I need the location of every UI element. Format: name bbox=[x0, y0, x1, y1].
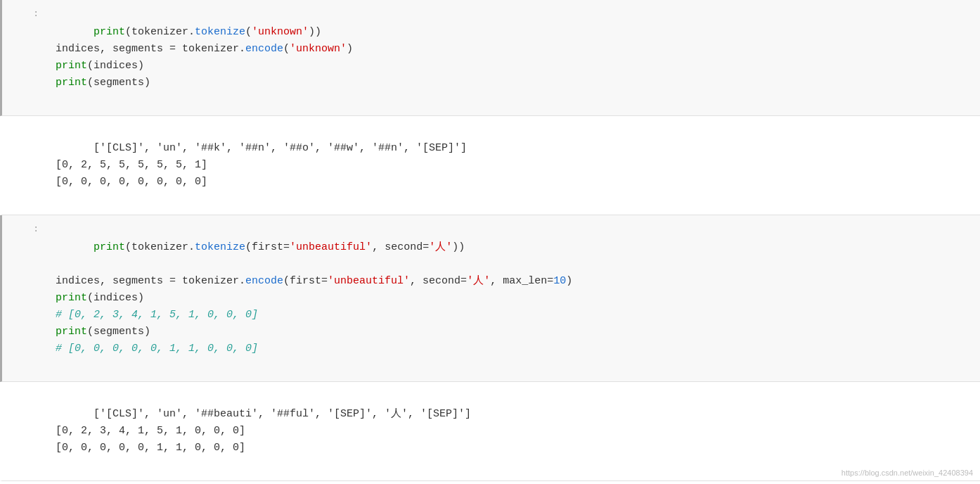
code-line: # [0, 2, 3, 4, 1, 5, 1, 0, 0, 0] bbox=[56, 309, 258, 321]
code-line: print(tokenizer.tokenize(first='unbeauti… bbox=[94, 241, 465, 253]
output-line: [0, 2, 5, 5, 5, 5, 5, 1] bbox=[56, 159, 207, 171]
cell-output-gutter-2 bbox=[2, 382, 44, 480]
cell-gutter-2: : bbox=[2, 215, 44, 381]
cell-output-content-1: ['[CLS]', 'un', '##k', '##n', '##o', '##… bbox=[44, 116, 980, 215]
notebook: : print(tokenizer.tokenize('unknown')) i… bbox=[0, 0, 980, 484]
code-line: print(segments) bbox=[56, 326, 150, 338]
watermark: https://blog.csdn.net/weixin_42408394 bbox=[842, 467, 973, 480]
output-line: ['[CLS]', 'un', '##k', '##n', '##o', '##… bbox=[94, 142, 467, 154]
cell-input-2[interactable]: : print(tokenizer.tokenize(first='unbeau… bbox=[0, 215, 980, 382]
output-line: [0, 0, 0, 0, 0, 1, 1, 0, 0, 0] bbox=[56, 442, 245, 454]
code-line: print(indices) bbox=[56, 292, 144, 304]
code-line: # [0, 0, 0, 0, 0, 1, 1, 0, 0, 0] bbox=[56, 343, 258, 355]
cell-output-1: ['[CLS]', 'un', '##k', '##n', '##o', '##… bbox=[0, 116, 980, 215]
code-line: indices, segments = tokenizer.encode('un… bbox=[56, 43, 353, 55]
cell-gutter-1: : bbox=[2, 0, 44, 115]
output-line: [0, 2, 3, 4, 1, 5, 1, 0, 0, 0] bbox=[56, 425, 245, 437]
output-line: ['[CLS]', 'un', '##beauti', '##ful', '[S… bbox=[94, 408, 471, 420]
code-line: print(tokenizer.tokenize('unknown')) bbox=[94, 26, 321, 38]
cell-content-1: print(tokenizer.tokenize('unknown')) ind… bbox=[44, 0, 980, 115]
cell-output-gutter-1 bbox=[2, 116, 44, 215]
cell-content-2: print(tokenizer.tokenize(first='unbeauti… bbox=[44, 215, 980, 381]
output-line: [0, 0, 0, 0, 0, 0, 0, 0] bbox=[56, 176, 207, 188]
cell-output-content-2: ['[CLS]', 'un', '##beauti', '##ful', '[S… bbox=[44, 382, 980, 480]
cell-input-1[interactable]: : print(tokenizer.tokenize('unknown')) i… bbox=[0, 0, 980, 116]
code-line: print(segments) bbox=[56, 77, 150, 89]
code-line: print(indices) bbox=[56, 60, 144, 72]
code-line: indices, segments = tokenizer.encode(fir… bbox=[56, 275, 572, 287]
cell-output-2: ['[CLS]', 'un', '##beauti', '##ful', '[S… bbox=[0, 382, 980, 481]
